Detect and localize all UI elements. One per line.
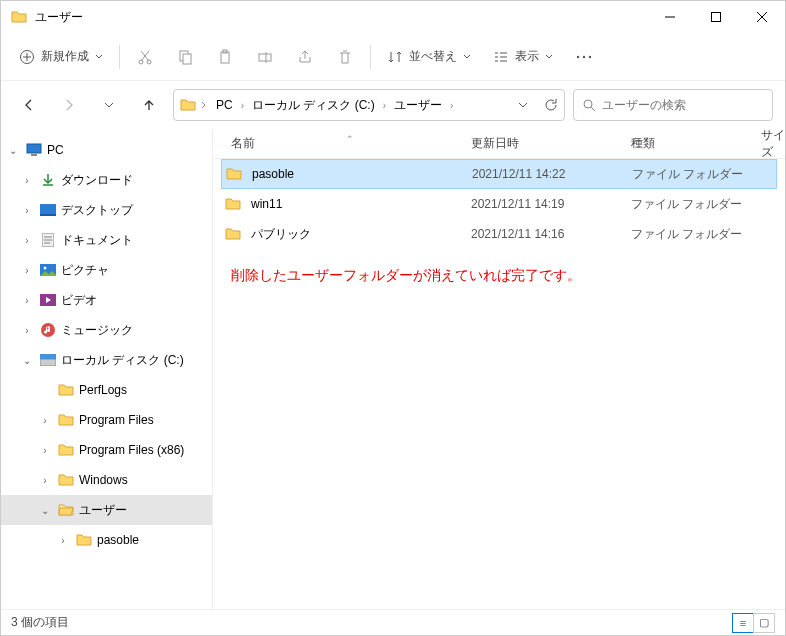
titlebar: ユーザー [1,1,785,33]
folder-icon [226,167,246,181]
new-button[interactable]: 新規作成 [9,39,113,75]
svg-rect-13 [27,144,41,153]
tree-pc[interactable]: ⌄PC [1,135,212,165]
pictures-icon [39,261,57,279]
tree-documents[interactable]: ›ドキュメント [1,225,212,255]
recent-button[interactable] [93,89,125,121]
tree-cdrive[interactable]: ⌄ローカル ディスク (C:) [1,345,212,375]
copy-button[interactable] [166,39,204,75]
crumb-drive[interactable]: ローカル ディスク (C:) [248,95,379,116]
chevron-right-icon: › [450,100,453,111]
annotation-text: 削除したユーザーフォルダーが消えていれば完了です。 [231,267,777,285]
list-item[interactable]: win11 2021/12/11 14:19 ファイル フォルダー [221,189,777,219]
cut-button[interactable] [126,39,164,75]
details-view-button[interactable]: ≡ [732,613,754,633]
delete-button[interactable] [326,39,364,75]
status-bar: 3 個の項目 ≡ ▢ [1,609,785,635]
chevron-down-icon[interactable] [518,100,528,110]
minimize-button[interactable] [647,1,693,33]
folder-icon [180,97,196,113]
tree-downloads[interactable]: ›ダウンロード [1,165,212,195]
tree-progfiles[interactable]: ›Program Files [1,405,212,435]
sort-button[interactable]: 並べ替え [377,39,481,75]
music-icon [39,321,57,339]
rename-button[interactable] [246,39,284,75]
more-button[interactable] [565,39,603,75]
column-header: 名前⌃ 更新日時 種類 サイズ [213,129,785,159]
svg-rect-16 [40,214,56,216]
svg-rect-14 [31,154,37,156]
svg-rect-5 [183,54,191,64]
folder-icon [11,9,27,25]
tree-desktop[interactable]: ›デスクトップ [1,195,212,225]
icons-view-button[interactable]: ▢ [753,613,775,633]
file-list: pasoble 2021/12/11 14:22 ファイル フォルダー win1… [213,159,785,609]
main-pane: 名前⌃ 更新日時 種類 サイズ pasoble 2021/12/11 14:22… [213,129,785,609]
search-box[interactable] [573,89,773,121]
back-button[interactable] [13,89,45,121]
folder-icon [57,381,75,399]
col-name[interactable]: 名前 [231,136,255,150]
toolbar: 新規作成 並べ替え 表示 [1,33,785,81]
tree-users[interactable]: ⌄ユーザー [1,495,212,525]
crumb-pc[interactable]: PC [212,96,237,114]
window-title: ユーザー [35,9,647,26]
maximize-button[interactable] [693,1,739,33]
crumb-folder[interactable]: ユーザー [390,95,446,116]
nav-row: PC › ローカル ディスク (C:) › ユーザー › [1,81,785,129]
tree-videos[interactable]: ›ビデオ [1,285,212,315]
svg-point-19 [44,267,47,270]
chevron-right-icon: › [241,100,244,111]
view-button[interactable]: 表示 [483,39,563,75]
svg-rect-0 [712,13,721,22]
folder-icon [57,411,75,429]
videos-icon [39,291,57,309]
svg-rect-23 [40,354,56,359]
chevron-down-icon [95,53,103,61]
paste-button[interactable] [206,39,244,75]
document-icon [39,231,57,249]
chevron-down-icon [545,53,553,61]
col-type[interactable]: 種類 [631,136,655,150]
address-bar[interactable]: PC › ローカル ディスク (C:) › ユーザー › [173,89,565,121]
desktop-icon [39,201,57,219]
svg-rect-22 [40,359,56,366]
item-count: 3 個の項目 [11,614,69,631]
list-item[interactable]: パブリック 2021/12/11 14:16 ファイル フォルダー [221,219,777,249]
tree-windows[interactable]: ›Windows [1,465,212,495]
up-button[interactable] [133,89,165,121]
chevron-right-icon [200,101,208,109]
tree-perflogs[interactable]: ›PerfLogs [1,375,212,405]
col-date[interactable]: 更新日時 [471,136,519,150]
svg-rect-8 [259,54,271,61]
svg-rect-6 [221,52,229,63]
pc-icon [25,141,43,159]
col-size[interactable]: サイズ [761,129,785,159]
view-label: 表示 [515,48,539,65]
tree-pasoble[interactable]: ›pasoble [1,525,212,555]
chevron-right-icon: › [383,100,386,111]
folder-icon [225,197,245,211]
close-button[interactable] [739,1,785,33]
svg-point-10 [583,55,585,57]
list-item[interactable]: pasoble 2021/12/11 14:22 ファイル フォルダー [221,159,777,189]
search-icon [582,98,596,112]
folder-icon [75,531,93,549]
svg-rect-15 [40,204,56,214]
forward-button[interactable] [53,89,85,121]
sort-label: 並べ替え [409,48,457,65]
tree-music[interactable]: ›ミュージック [1,315,212,345]
tree-pictures[interactable]: ›ピクチャ [1,255,212,285]
chevron-down-icon [463,53,471,61]
folder-icon [57,471,75,489]
folder-icon [225,227,245,241]
sort-indicator-icon: ⌃ [346,134,354,144]
share-button[interactable] [286,39,324,75]
sidebar: ⌄PC ›ダウンロード ›デスクトップ ›ドキュメント ›ピクチャ ›ビデオ ›… [1,129,213,609]
folder-icon [57,441,75,459]
refresh-icon[interactable] [544,98,558,112]
download-icon [39,171,57,189]
search-input[interactable] [602,98,764,112]
drive-icon [39,351,57,369]
tree-progfiles86[interactable]: ›Program Files (x86) [1,435,212,465]
